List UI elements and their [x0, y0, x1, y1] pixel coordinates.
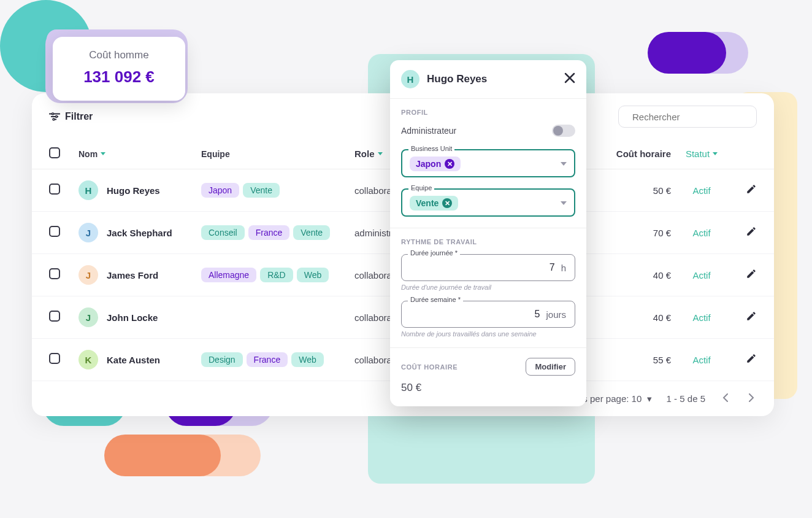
user-cost: 70 € [597, 228, 671, 238]
team-tag: France [248, 225, 290, 240]
sort-caret-icon [378, 152, 383, 155]
filter-icon [49, 112, 60, 121]
team-select[interactable]: Equipe Vente ✕ [401, 188, 575, 217]
cost-value: 131 092 € [65, 68, 173, 87]
team-tag: Web [297, 268, 329, 282]
day-unit: h [561, 263, 566, 273]
avatar: H [401, 70, 419, 88]
team-tag: R&D [260, 268, 293, 282]
modify-button[interactable]: Modifier [526, 358, 575, 376]
svg-point-2 [53, 118, 55, 120]
field-label: Durée semaine * [408, 296, 463, 303]
close-button[interactable] [564, 72, 575, 86]
hourly-cost-value: 50 € [401, 382, 575, 394]
week-helper-text: Nombre de jours travaillés dans une sema… [401, 330, 575, 338]
sort-caret-icon [101, 152, 105, 155]
user-name: James Ford [107, 270, 158, 280]
bu-chip[interactable]: Japon ✕ [410, 157, 461, 171]
avatar: J [79, 223, 98, 242]
chevron-down-icon [561, 162, 567, 166]
column-cost[interactable]: Coût horaire [597, 149, 671, 159]
rows-per-page-value[interactable]: 10 [632, 393, 642, 404]
section-rhythm-label: RYTHME DE TRAVAIL [401, 238, 575, 245]
close-icon [564, 72, 575, 83]
edit-icon[interactable] [746, 353, 757, 364]
week-value[interactable]: 5 [410, 309, 540, 320]
week-unit: jours [546, 309, 566, 320]
team-tag: France [247, 352, 288, 367]
business-unit-select[interactable]: Business Unit Japon ✕ [401, 149, 575, 177]
edit-icon[interactable] [746, 184, 757, 195]
day-helper-text: Durée d'une journée de travail [401, 284, 575, 291]
page-range: 1 - 5 de 5 [667, 393, 705, 404]
sort-caret-icon [713, 152, 718, 155]
section-profile-label: PROFIL [401, 109, 575, 116]
user-status: Actif [671, 228, 732, 238]
chevron-left-icon [722, 393, 729, 402]
search-box[interactable] [618, 106, 757, 128]
row-checkbox[interactable] [49, 353, 60, 364]
svg-point-0 [52, 113, 54, 115]
user-status: Actif [671, 270, 732, 280]
svg-point-1 [56, 116, 58, 118]
column-name[interactable]: Nom [79, 149, 201, 159]
column-status[interactable]: Statut [671, 149, 732, 159]
remove-chip-icon[interactable]: ✕ [445, 159, 454, 169]
search-input[interactable] [632, 112, 749, 122]
row-checkbox[interactable] [49, 184, 60, 195]
admin-toggle[interactable] [552, 125, 575, 137]
select-all-checkbox[interactable] [49, 147, 60, 158]
team-tag: Japon [201, 183, 239, 198]
team-tag: Design [201, 352, 243, 367]
user-cost: 55 € [597, 355, 671, 365]
section-cost-label: COÛT HORAIRE [401, 363, 458, 371]
user-name: John Locke [107, 312, 158, 323]
edit-icon[interactable] [746, 311, 757, 322]
remove-chip-icon[interactable]: ✕ [442, 198, 452, 208]
panel-title: Hugo Reyes [427, 73, 487, 85]
field-label: Business Unit [408, 145, 454, 152]
field-label: Durée journée * [408, 249, 460, 257]
avatar: J [79, 265, 98, 285]
column-team[interactable]: Equipe [201, 149, 354, 159]
filter-button[interactable]: Filtrer [49, 111, 93, 122]
row-checkbox[interactable] [49, 311, 60, 322]
avatar: H [79, 180, 98, 200]
user-detail-panel: H Hugo Reyes PROFIL Administrateur Busin… [390, 60, 586, 406]
user-status: Actif [671, 312, 732, 323]
row-checkbox[interactable] [49, 268, 60, 279]
team-tag: Allemagne [201, 268, 256, 282]
team-tag: Conseil [201, 225, 245, 240]
chevron-down-icon [561, 201, 567, 205]
user-name: Hugo Reyes [107, 185, 160, 196]
avatar: J [79, 307, 98, 327]
team-tag: Vente [243, 183, 280, 198]
user-cost: 40 € [597, 312, 671, 323]
team-tag: Vente [293, 225, 330, 240]
user-cost: 50 € [597, 185, 671, 196]
next-page-button[interactable] [746, 391, 757, 406]
week-duration-input[interactable]: Durée semaine * 5 jours [401, 301, 575, 328]
user-cost: 40 € [597, 270, 671, 280]
cost-label: Coût homme [65, 49, 173, 61]
day-value[interactable]: 7 [410, 262, 555, 273]
edit-icon[interactable] [746, 268, 757, 279]
chevron-right-icon [748, 393, 754, 402]
admin-label: Administrateur [401, 126, 456, 136]
prev-page-button[interactable] [720, 391, 731, 406]
user-status: Actif [671, 185, 732, 196]
user-name: Kate Austen [107, 355, 160, 365]
user-status: Actif [671, 355, 732, 365]
cost-summary-card: Coût homme 131 092 € [53, 37, 185, 101]
field-label: Equipe [408, 184, 434, 191]
edit-icon[interactable] [746, 226, 757, 237]
team-tag: Web [291, 352, 324, 367]
user-name: Jack Shephard [107, 228, 172, 238]
team-chip[interactable]: Vente ✕ [410, 196, 458, 211]
row-checkbox[interactable] [49, 226, 60, 237]
avatar: K [79, 350, 98, 369]
filter-label: Filtrer [65, 111, 93, 122]
day-duration-input[interactable]: Durée journée * 7 h [401, 254, 575, 281]
